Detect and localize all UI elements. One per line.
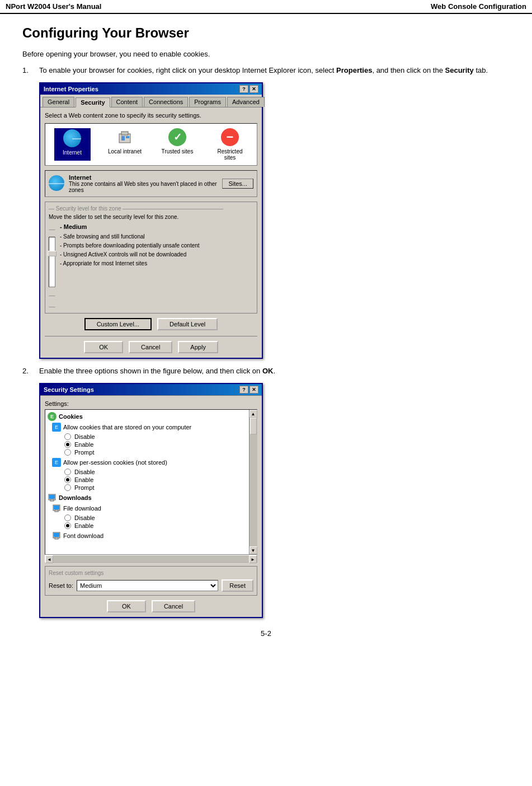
header-right: Web Console Configuration — [431, 2, 526, 11]
sites-button[interactable]: Sites... — [222, 179, 253, 189]
restricted-icon: − — [221, 128, 239, 146]
tab-advanced[interactable]: Advanced — [227, 97, 265, 107]
session-cookies-label: Allow per-session cookies (not stored) — [63, 459, 167, 466]
zone-local-intranet[interactable]: Local intranet — [107, 128, 143, 161]
file-download-header: File download — [52, 504, 247, 513]
dialog1-ok-button[interactable]: OK — [84, 341, 123, 353]
stored-disable-option[interactable]: Disable — [64, 433, 247, 440]
stored-enable-option[interactable]: Enable — [64, 441, 247, 448]
security-level-title: — Security level for this zone —————————… — [49, 205, 253, 212]
stored-cookies-header: E Allow cookies that are stored on your … — [52, 423, 247, 432]
internet-icon — [63, 129, 81, 147]
custom-level-button[interactable]: Custom Level... — [84, 318, 152, 330]
file-enable-option[interactable]: Enable — [64, 522, 247, 529]
zone-internet[interactable]: Internet — [54, 128, 91, 161]
file-disable-option[interactable]: Disable — [64, 514, 247, 521]
file-enable-radio[interactable] — [64, 522, 71, 529]
session-cookies-header: E Allow per-session cookies (not stored) — [52, 458, 247, 467]
dialog2-title: Security Settings — [44, 386, 94, 393]
zone-local-label: Local intranet — [108, 148, 142, 155]
zone-info-desc: This zone contains all Web sites you hav… — [69, 181, 218, 193]
stored-prompt-option[interactable]: Prompt — [64, 449, 247, 456]
session-prompt-option[interactable]: Prompt — [64, 484, 247, 491]
slider-dash-3: — — [49, 303, 55, 310]
svg-rect-11 — [54, 533, 59, 537]
session-enable-radio[interactable] — [64, 476, 71, 483]
svg-rect-2 — [126, 136, 129, 138]
dialog1-cancel-button[interactable]: Cancel — [129, 341, 172, 353]
step-2-text: Enable the three options shown in the fi… — [39, 367, 510, 375]
stored-cookies-label: Allow cookies that are stored on your co… — [63, 424, 191, 431]
zone-info-globe-icon — [49, 175, 64, 191]
security-level-desc: Move the slider to set the security leve… — [49, 214, 253, 220]
slider-dash-1: — — [49, 226, 55, 232]
stored-disable-label: Disable — [74, 433, 95, 440]
tab-content[interactable]: Content — [111, 97, 143, 107]
security-desc-box: - Medium - Safe browsing and still funct… — [60, 223, 253, 268]
tab-security[interactable]: Security — [76, 97, 110, 107]
session-disable-radio[interactable] — [64, 469, 71, 475]
step-2-number: 2. — [22, 367, 39, 375]
dialog2-ok-button[interactable]: OK — [107, 600, 146, 612]
page-footer: 5-2 — [22, 629, 510, 638]
svg-rect-8 — [54, 506, 59, 509]
step-1-bold1: Properties — [336, 66, 372, 74]
dialog1-close-btn[interactable]: ✕ — [249, 85, 258, 93]
h-scroll-left-btn[interactable]: ◄ — [45, 555, 53, 563]
scrollbar-track[interactable] — [249, 418, 257, 546]
downloads-label: Downloads — [59, 494, 92, 501]
stored-prompt-radio[interactable] — [64, 449, 71, 456]
zone-info-box: Internet This zone contains all Web site… — [45, 170, 257, 197]
dialog2-content: Settings: E Cookies — [40, 395, 262, 617]
session-enable-option[interactable]: Enable — [64, 476, 247, 483]
settings-label: Settings: — [45, 400, 257, 407]
dialog2-cancel-button[interactable]: Cancel — [152, 600, 195, 612]
step-2: 2. Enable the three options shown in the… — [22, 367, 510, 375]
internet-properties-dialog: Internet Properties ? ✕ General Security… — [39, 82, 263, 359]
security-settings-dialog: Security Settings ? ✕ Settings: E — [39, 383, 263, 618]
session-prompt-radio[interactable] — [64, 484, 71, 491]
stored-enable-radio[interactable] — [64, 441, 71, 448]
file-disable-radio[interactable] — [64, 514, 71, 521]
tab-programs[interactable]: Programs — [189, 97, 226, 107]
zone-trusted[interactable]: ✓ Trusted sites — [159, 128, 196, 161]
svg-rect-1 — [121, 136, 125, 141]
dialog2-help-btn[interactable]: ? — [239, 386, 248, 394]
scrollbar-up-btn[interactable]: ▲ — [249, 410, 257, 418]
h-scroll-right-btn[interactable]: ► — [249, 555, 257, 563]
zone-restricted[interactable]: − Restricted sites — [212, 128, 248, 161]
security-level-name: - Medium — [60, 223, 253, 230]
stored-cookies-icon: E — [52, 423, 61, 432]
reset-button[interactable]: Reset — [222, 579, 253, 592]
slider-track[interactable] — [49, 237, 55, 287]
file-download-icon — [52, 504, 61, 513]
dialog1-main-btns: OK Cancel Apply — [45, 336, 257, 353]
step-2-text-after: . — [273, 367, 275, 375]
step-1-text-mid: , and then click on the — [372, 66, 445, 74]
custom-default-btns: Custom Level... Default Level — [45, 318, 257, 330]
downloads-header: Downloads — [48, 493, 247, 502]
security-bullet: - Appropriate for most Internet sites — [60, 259, 253, 268]
dialog2-close-btn[interactable]: ✕ — [249, 386, 258, 394]
tab-connections[interactable]: Connections — [144, 97, 188, 107]
downloads-icon — [48, 493, 57, 502]
security-bullet: - Safe browsing and still functional — [60, 232, 253, 241]
cookies-icon: E — [48, 412, 57, 421]
dialog1-apply-button[interactable]: Apply — [178, 341, 218, 353]
slider-thumb[interactable] — [48, 251, 57, 256]
default-level-button[interactable]: Default Level — [157, 318, 218, 330]
session-disable-option[interactable]: Disable — [64, 469, 247, 475]
session-enable-label: Enable — [74, 476, 93, 483]
dialog1-title: Internet Properties — [44, 86, 98, 92]
security-bullets: - Safe browsing and still functional- Pr… — [60, 232, 253, 268]
h-scroll-track[interactable] — [53, 555, 249, 562]
stored-disable-radio[interactable] — [64, 433, 71, 440]
reset-to-select[interactable]: Medium — [77, 580, 218, 591]
tab-general[interactable]: General — [43, 97, 74, 107]
scrollbar-down-btn[interactable]: ▼ — [249, 546, 257, 554]
reset-row: Reset to: Medium Reset — [49, 579, 253, 592]
dialog1-help-btn[interactable]: ? — [239, 85, 248, 93]
stored-cookies-subsection: E Allow cookies that are stored on your … — [52, 423, 247, 456]
scrollbar-thumb[interactable] — [250, 418, 257, 434]
slider-area: — — — - Medium - Safe browsing and still… — [49, 223, 253, 310]
